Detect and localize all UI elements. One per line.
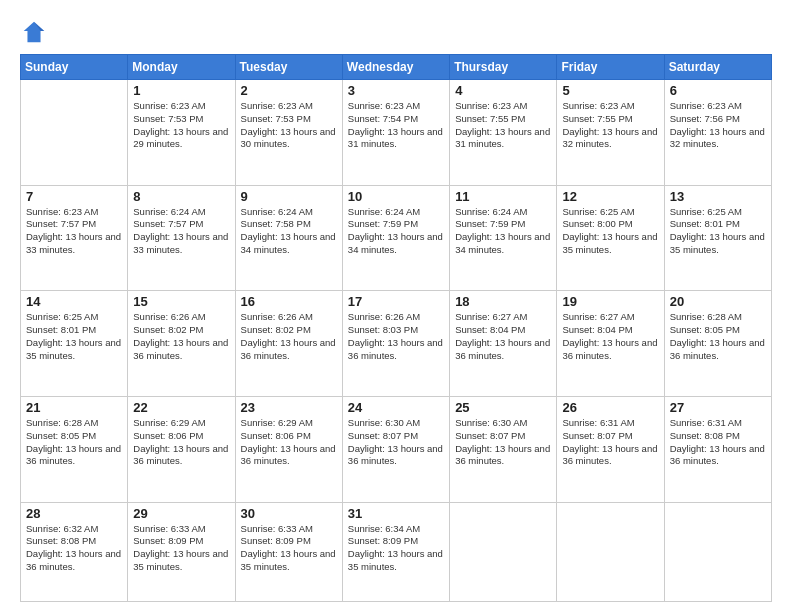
cell-content: Sunrise: 6:23 AM Sunset: 7:56 PM Dayligh… [670,100,766,151]
weekday-header-sunday: Sunday [21,55,128,80]
cell-content: Sunrise: 6:23 AM Sunset: 7:55 PM Dayligh… [562,100,658,151]
day-number: 29 [133,506,229,521]
cell-content: Sunrise: 6:24 AM Sunset: 7:59 PM Dayligh… [455,206,551,257]
cell-content: Sunrise: 6:24 AM Sunset: 7:58 PM Dayligh… [241,206,337,257]
calendar-cell: 16Sunrise: 6:26 AM Sunset: 8:02 PM Dayli… [235,291,342,397]
logo [20,18,52,46]
calendar-table: SundayMondayTuesdayWednesdayThursdayFrid… [20,54,772,602]
cell-content: Sunrise: 6:27 AM Sunset: 8:04 PM Dayligh… [562,311,658,362]
calendar-cell: 17Sunrise: 6:26 AM Sunset: 8:03 PM Dayli… [342,291,449,397]
day-number: 8 [133,189,229,204]
cell-content: Sunrise: 6:33 AM Sunset: 8:09 PM Dayligh… [133,523,229,574]
calendar-cell: 3Sunrise: 6:23 AM Sunset: 7:54 PM Daylig… [342,80,449,186]
calendar-cell [557,502,664,601]
weekday-header-tuesday: Tuesday [235,55,342,80]
cell-content: Sunrise: 6:28 AM Sunset: 8:05 PM Dayligh… [26,417,122,468]
weekday-header-wednesday: Wednesday [342,55,449,80]
day-number: 31 [348,506,444,521]
cell-content: Sunrise: 6:25 AM Sunset: 8:00 PM Dayligh… [562,206,658,257]
day-number: 22 [133,400,229,415]
cell-content: Sunrise: 6:23 AM Sunset: 7:53 PM Dayligh… [241,100,337,151]
calendar-cell: 27Sunrise: 6:31 AM Sunset: 8:08 PM Dayli… [664,396,771,502]
day-number: 24 [348,400,444,415]
day-number: 25 [455,400,551,415]
calendar-cell: 22Sunrise: 6:29 AM Sunset: 8:06 PM Dayli… [128,396,235,502]
cell-content: Sunrise: 6:23 AM Sunset: 7:53 PM Dayligh… [133,100,229,151]
calendar-week-row: 28Sunrise: 6:32 AM Sunset: 8:08 PM Dayli… [21,502,772,601]
cell-content: Sunrise: 6:24 AM Sunset: 7:59 PM Dayligh… [348,206,444,257]
calendar-cell: 8Sunrise: 6:24 AM Sunset: 7:57 PM Daylig… [128,185,235,291]
cell-content: Sunrise: 6:26 AM Sunset: 8:02 PM Dayligh… [133,311,229,362]
cell-content: Sunrise: 6:31 AM Sunset: 8:08 PM Dayligh… [670,417,766,468]
cell-content: Sunrise: 6:28 AM Sunset: 8:05 PM Dayligh… [670,311,766,362]
cell-content: Sunrise: 6:31 AM Sunset: 8:07 PM Dayligh… [562,417,658,468]
calendar-cell: 6Sunrise: 6:23 AM Sunset: 7:56 PM Daylig… [664,80,771,186]
calendar-cell: 7Sunrise: 6:23 AM Sunset: 7:57 PM Daylig… [21,185,128,291]
day-number: 7 [26,189,122,204]
calendar-cell: 31Sunrise: 6:34 AM Sunset: 8:09 PM Dayli… [342,502,449,601]
day-number: 17 [348,294,444,309]
cell-content: Sunrise: 6:23 AM Sunset: 7:54 PM Dayligh… [348,100,444,151]
weekday-header-saturday: Saturday [664,55,771,80]
header [20,18,772,46]
cell-content: Sunrise: 6:30 AM Sunset: 8:07 PM Dayligh… [348,417,444,468]
page: SundayMondayTuesdayWednesdayThursdayFrid… [0,0,792,612]
day-number: 5 [562,83,658,98]
day-number: 23 [241,400,337,415]
day-number: 26 [562,400,658,415]
day-number: 21 [26,400,122,415]
day-number: 11 [455,189,551,204]
calendar-cell: 1Sunrise: 6:23 AM Sunset: 7:53 PM Daylig… [128,80,235,186]
calendar-cell: 18Sunrise: 6:27 AM Sunset: 8:04 PM Dayli… [450,291,557,397]
calendar-week-row: 14Sunrise: 6:25 AM Sunset: 8:01 PM Dayli… [21,291,772,397]
cell-content: Sunrise: 6:23 AM Sunset: 7:55 PM Dayligh… [455,100,551,151]
calendar-cell: 10Sunrise: 6:24 AM Sunset: 7:59 PM Dayli… [342,185,449,291]
calendar-cell: 21Sunrise: 6:28 AM Sunset: 8:05 PM Dayli… [21,396,128,502]
day-number: 14 [26,294,122,309]
day-number: 6 [670,83,766,98]
calendar-cell: 13Sunrise: 6:25 AM Sunset: 8:01 PM Dayli… [664,185,771,291]
cell-content: Sunrise: 6:27 AM Sunset: 8:04 PM Dayligh… [455,311,551,362]
day-number: 18 [455,294,551,309]
day-number: 16 [241,294,337,309]
day-number: 15 [133,294,229,309]
day-number: 27 [670,400,766,415]
cell-content: Sunrise: 6:29 AM Sunset: 8:06 PM Dayligh… [241,417,337,468]
weekday-header-monday: Monday [128,55,235,80]
cell-content: Sunrise: 6:23 AM Sunset: 7:57 PM Dayligh… [26,206,122,257]
calendar-cell: 28Sunrise: 6:32 AM Sunset: 8:08 PM Dayli… [21,502,128,601]
calendar-week-row: 21Sunrise: 6:28 AM Sunset: 8:05 PM Dayli… [21,396,772,502]
day-number: 13 [670,189,766,204]
calendar-cell: 9Sunrise: 6:24 AM Sunset: 7:58 PM Daylig… [235,185,342,291]
cell-content: Sunrise: 6:34 AM Sunset: 8:09 PM Dayligh… [348,523,444,574]
calendar-cell [664,502,771,601]
calendar-cell: 2Sunrise: 6:23 AM Sunset: 7:53 PM Daylig… [235,80,342,186]
cell-content: Sunrise: 6:25 AM Sunset: 8:01 PM Dayligh… [670,206,766,257]
calendar-cell: 12Sunrise: 6:25 AM Sunset: 8:00 PM Dayli… [557,185,664,291]
calendar-week-row: 1Sunrise: 6:23 AM Sunset: 7:53 PM Daylig… [21,80,772,186]
day-number: 20 [670,294,766,309]
calendar-cell: 5Sunrise: 6:23 AM Sunset: 7:55 PM Daylig… [557,80,664,186]
day-number: 12 [562,189,658,204]
calendar-cell [21,80,128,186]
day-number: 4 [455,83,551,98]
cell-content: Sunrise: 6:30 AM Sunset: 8:07 PM Dayligh… [455,417,551,468]
day-number: 2 [241,83,337,98]
calendar-cell [450,502,557,601]
calendar-cell: 23Sunrise: 6:29 AM Sunset: 8:06 PM Dayli… [235,396,342,502]
calendar-week-row: 7Sunrise: 6:23 AM Sunset: 7:57 PM Daylig… [21,185,772,291]
calendar-cell: 24Sunrise: 6:30 AM Sunset: 8:07 PM Dayli… [342,396,449,502]
day-number: 10 [348,189,444,204]
cell-content: Sunrise: 6:33 AM Sunset: 8:09 PM Dayligh… [241,523,337,574]
calendar-cell: 26Sunrise: 6:31 AM Sunset: 8:07 PM Dayli… [557,396,664,502]
cell-content: Sunrise: 6:32 AM Sunset: 8:08 PM Dayligh… [26,523,122,574]
day-number: 9 [241,189,337,204]
calendar-cell: 25Sunrise: 6:30 AM Sunset: 8:07 PM Dayli… [450,396,557,502]
cell-content: Sunrise: 6:24 AM Sunset: 7:57 PM Dayligh… [133,206,229,257]
cell-content: Sunrise: 6:26 AM Sunset: 8:02 PM Dayligh… [241,311,337,362]
calendar-cell: 19Sunrise: 6:27 AM Sunset: 8:04 PM Dayli… [557,291,664,397]
calendar-cell: 4Sunrise: 6:23 AM Sunset: 7:55 PM Daylig… [450,80,557,186]
cell-content: Sunrise: 6:26 AM Sunset: 8:03 PM Dayligh… [348,311,444,362]
calendar-cell: 29Sunrise: 6:33 AM Sunset: 8:09 PM Dayli… [128,502,235,601]
weekday-header-friday: Friday [557,55,664,80]
